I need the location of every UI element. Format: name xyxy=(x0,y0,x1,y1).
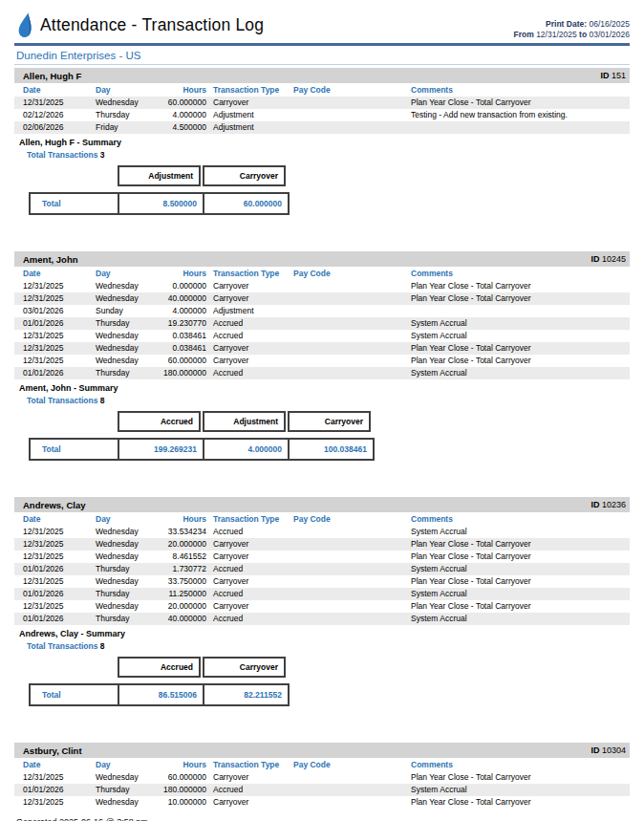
cell-comments: System Accrual xyxy=(411,526,624,538)
transaction-row: 01/01/2026 Thursday 180.000000 Accrued S… xyxy=(14,367,630,379)
summary-column-header: Accrued xyxy=(118,411,201,432)
employee-id: ID 151 xyxy=(600,71,626,80)
cell-comments xyxy=(411,305,624,317)
cell-hours: 4.000000 xyxy=(162,305,211,317)
col-header-hours: Hours xyxy=(162,758,211,771)
cell-transaction-type: Carryover xyxy=(211,796,293,809)
cell-comments: Plan Year Close - Total Carryover xyxy=(411,355,624,367)
cell-hours: 4.000000 xyxy=(162,109,211,121)
cell-comments: System Accrual xyxy=(411,330,624,342)
col-header-day: Day xyxy=(96,512,162,526)
cell-date: 12/31/2025 xyxy=(23,551,96,563)
cell-transaction-type: Accrued xyxy=(211,330,293,342)
cell-comments: Plan Year Close - Total Carryover xyxy=(411,342,624,355)
col-header-transaction-type: Transaction Type xyxy=(211,83,293,97)
report-header: Attendance - Transaction Log Print Date:… xyxy=(14,0,630,40)
employee-name: Andrews, Clay xyxy=(23,500,85,510)
cell-comments: System Accrual xyxy=(411,784,624,796)
cell-day: Wednesday xyxy=(96,342,162,355)
cell-hours: 0.038461 xyxy=(162,330,211,342)
transaction-row: 03/01/2026 Sunday 4.000000 Adjustment xyxy=(14,305,630,317)
transaction-rows: 12/31/2025 Wednesday 60.000000 Carryover… xyxy=(14,771,630,809)
cell-pay-code xyxy=(293,784,411,796)
cell-pay-code xyxy=(293,771,411,784)
print-info: Print Date: 06/16/2025 From 12/31/2025 t… xyxy=(514,12,631,40)
cell-pay-code xyxy=(293,330,411,342)
cell-day: Sunday xyxy=(96,305,162,317)
summary-total-value: 4.000000 xyxy=(203,440,288,459)
cell-day: Wednesday xyxy=(96,538,162,551)
cell-pay-code xyxy=(293,563,411,575)
cell-date: 01/01/2026 xyxy=(23,588,96,600)
cell-date: 12/31/2025 xyxy=(23,97,96,109)
cell-comments: Plan Year Close - Total Carryover xyxy=(411,551,624,563)
transaction-row: 12/31/2025 Wednesday 33.750000 Carryover… xyxy=(14,575,630,588)
cell-hours: 0.000000 xyxy=(162,280,211,292)
cell-comments: Plan Year Close - Total Carryover xyxy=(411,796,624,809)
col-header-hours: Hours xyxy=(162,512,211,526)
transaction-row: 12/31/2025 Wednesday 40.000000 Carryover… xyxy=(14,292,630,305)
col-header-day: Day xyxy=(96,83,162,97)
cell-hours: 20.000000 xyxy=(162,600,211,613)
summary-column-header: Adjustment xyxy=(118,165,201,186)
cell-day: Thursday xyxy=(96,613,162,625)
cell-day: Wednesday xyxy=(96,355,162,367)
employee-name: Ament, John xyxy=(23,254,78,265)
transaction-row: 12/31/2025 Wednesday 60.000000 Carryover… xyxy=(14,97,630,109)
cell-transaction-type: Carryover xyxy=(211,575,293,588)
cell-pay-code xyxy=(293,588,411,600)
col-header-transaction-type: Transaction Type xyxy=(211,267,293,280)
col-header-pay-code: Pay Code xyxy=(293,83,411,97)
summary-total-value: 82.211552 xyxy=(203,685,288,704)
employee-section: Ament, John ID 10245 Date Day Hours Tran… xyxy=(14,251,630,461)
col-header-date: Date xyxy=(23,758,96,771)
summary-title: Andrews, Clay - Summary xyxy=(14,625,630,641)
page-title: Attendance - Transaction Log xyxy=(40,15,264,35)
summary-total-value: 8.500000 xyxy=(118,194,203,213)
employee-name: Astbury, Clint xyxy=(23,745,82,756)
employee-name: Allen, Hugh F xyxy=(23,71,81,81)
col-header-comments: Comments xyxy=(411,512,624,526)
cell-hours: 1.730772 xyxy=(162,563,211,575)
cell-hours: 180.000000 xyxy=(162,784,211,796)
employee-section: Andrews, Clay ID 10236 Date Day Hours Tr… xyxy=(14,497,630,706)
cell-hours: 33.750000 xyxy=(162,575,211,588)
cell-comments: Plan Year Close - Total Carryover xyxy=(411,538,624,551)
cell-date: 12/31/2025 xyxy=(23,796,96,809)
cell-date: 01/01/2026 xyxy=(23,784,96,796)
cell-comments: Plan Year Close - Total Carryover xyxy=(411,280,624,292)
cell-hours: 10.000000 xyxy=(162,796,211,809)
cell-transaction-type: Accrued xyxy=(211,526,293,538)
summary-total-value: 100.038461 xyxy=(288,440,373,459)
cell-pay-code xyxy=(293,367,411,379)
transaction-row: 12/31/2025 Wednesday 10.000000 Carryover… xyxy=(14,796,630,809)
date-range-line: From 12/31/2025 to 03/01/2026 xyxy=(514,30,631,40)
cell-hours: 40.000000 xyxy=(162,292,211,305)
cell-date: 12/31/2025 xyxy=(23,355,96,367)
transaction-row: 12/31/2025 Wednesday 33.534234 Accrued S… xyxy=(14,526,630,538)
cell-day: Wednesday xyxy=(96,575,162,588)
cell-date: 12/31/2025 xyxy=(23,280,96,292)
cell-pay-code xyxy=(293,575,411,588)
summary-total-value: 60.000000 xyxy=(203,194,288,213)
cell-transaction-type: Accrued xyxy=(211,367,293,379)
summary-total-value: 199.269231 xyxy=(118,440,203,459)
cell-comments: Testing - Add new transaction from exist… xyxy=(411,109,624,121)
cell-pay-code xyxy=(293,305,411,317)
summary-total-label: Total xyxy=(31,685,118,704)
summary-total-row: Total 86.515006 82.211552 xyxy=(29,683,290,706)
transaction-row: 12/31/2025 Wednesday 8.461552 Carryover … xyxy=(14,551,630,563)
cell-transaction-type: Accrued xyxy=(211,317,293,330)
cell-pay-code xyxy=(293,121,411,134)
transaction-row: 02/12/2026 Thursday 4.000000 Adjustment … xyxy=(14,109,630,121)
column-header-row: Date Day Hours Transaction Type Pay Code… xyxy=(14,267,630,280)
transaction-row: 12/31/2025 Wednesday 0.000000 Carryover … xyxy=(14,280,630,292)
column-header-row: Date Day Hours Transaction Type Pay Code… xyxy=(14,83,630,97)
employee-header-bar: Astbury, Clint ID 10304 xyxy=(14,743,630,758)
cell-transaction-type: Accrued xyxy=(211,563,293,575)
generated-timestamp: Generated 2025-06-16 @ 3:58 pm xyxy=(14,817,630,821)
cell-transaction-type: Accrued xyxy=(211,588,293,600)
cell-pay-code xyxy=(293,280,411,292)
cell-day: Wednesday xyxy=(96,796,162,809)
cell-comments: System Accrual xyxy=(411,317,624,330)
